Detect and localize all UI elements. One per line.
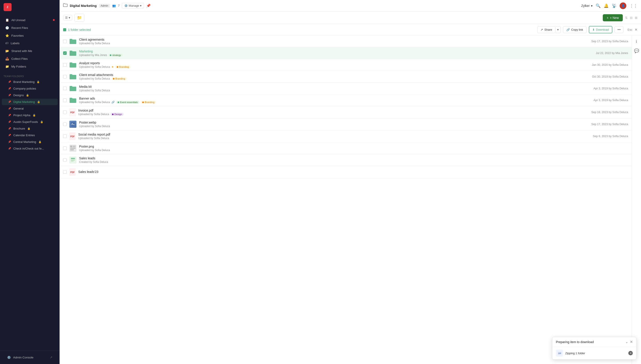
manage-button[interactable]: ⚙️ Manage ▾ <box>122 3 144 8</box>
file-checkbox[interactable]: ✓ <box>63 51 67 55</box>
svg-text:PDF: PDF <box>70 111 75 114</box>
file-row[interactable]: PDF Sales leads'23 <box>60 166 632 178</box>
sidebar-item-recent-files[interactable]: 🕐 Recent Files <box>2 24 58 32</box>
file-checkbox[interactable] <box>63 98 67 102</box>
view-chevron-icon: ▾ <box>69 16 70 19</box>
file-row[interactable]: Sales leads Created by Sofia Deluca <box>60 154 632 166</box>
new-folder-button[interactable]: 📁 <box>74 14 84 22</box>
sidebar-item-general[interactable]: 📌 General <box>2 105 58 112</box>
file-checkbox[interactable] <box>63 170 67 174</box>
sidebar-item-digital-marketing[interactable]: 📌 Digital Marketing 🔒 <box>2 99 58 105</box>
sidebar-item-labels[interactable]: 🏷 Labels <box>2 40 58 47</box>
file-checkbox[interactable] <box>63 146 67 150</box>
file-row[interactable]: PDF Invoice.pdf Uploaded by Sofia Deluca… <box>60 106 632 118</box>
filter-icon[interactable]: ⊟ <box>630 16 632 20</box>
sidebar-item-favorites[interactable]: ⭐ Favorites <box>2 32 58 39</box>
share-button[interactable]: ↗ Share <box>537 26 556 33</box>
workspace-role: Admin <box>99 4 110 8</box>
sidebar-item-collect-files[interactable]: 📥 Collect Files <box>2 55 58 62</box>
file-checkbox[interactable] <box>63 63 67 67</box>
file-date: Jul 22, 2022 by Mia Jones <box>596 52 628 55</box>
file-info: Marketing Uploaded by Mia Jones strategy <box>79 50 593 57</box>
user-menu[interactable]: Zylker ▾ <box>581 4 592 8</box>
folder-icon <box>69 74 76 80</box>
sidebar-item-austin-superfoods[interactable]: 📌 Austin SuperFoods 🔒 <box>2 119 58 125</box>
file-name: Poster.webp <box>79 121 589 124</box>
sidebar-item-brand-marketing[interactable]: 📌 Brand Marketing 🔒 <box>2 79 58 85</box>
sidebar-item-my-folders[interactable]: 📁 My Folders <box>2 63 58 70</box>
file-row[interactable]: Client email attachments Uploaded by Sof… <box>60 71 632 83</box>
bell-icon[interactable]: 📡 <box>612 3 616 8</box>
new-button[interactable]: + + New <box>603 14 623 21</box>
svg-point-12 <box>70 150 71 150</box>
sidebar-item-shared-with-me[interactable]: 📂 Shared with Me <box>2 47 58 55</box>
view-toggle[interactable]: ☰ ▾ <box>63 15 72 20</box>
file-checkbox[interactable] <box>63 87 67 90</box>
info-panel-icon[interactable]: ℹ <box>636 39 637 44</box>
notif-cancel-button[interactable]: ✕ <box>628 351 633 355</box>
grid-view-icon[interactable]: ⊞ <box>635 16 638 20</box>
file-info: Media kit Uploaded by Sofia Deluca <box>79 85 591 92</box>
file-checkbox[interactable] <box>63 40 67 43</box>
copy-link-label: Copy link <box>571 28 583 31</box>
share-icon: ↗ <box>540 28 543 31</box>
all-unread-icon: 📋 <box>5 18 9 22</box>
pdf-icon: PDF <box>69 108 76 116</box>
pdf-icon: PDF <box>69 132 76 140</box>
sidebar-item-label: My Folders <box>11 65 26 68</box>
more-actions-button[interactable]: ••• <box>614 26 624 33</box>
sidebar-item-all-unread[interactable]: 📋 All Unread <box>2 16 58 24</box>
sidebar-nav: 📋 All Unread 🕐 Recent Files ⭐ Favorites … <box>0 14 60 72</box>
topbar: Digital Marketing Admin 👥 7 ⚙️ Manage ▾ … <box>60 0 641 12</box>
sidebar-item-project-alpha[interactable]: 📌 Project Alpha 🔒 <box>2 112 58 118</box>
chat-panel-icon[interactable]: 💬 <box>634 48 639 53</box>
svg-rect-9 <box>72 146 76 147</box>
download-button[interactable]: ⬇ Download <box>589 26 612 33</box>
pin-icon-active: 📌 <box>8 100 11 103</box>
file-checkbox[interactable] <box>63 75 67 78</box>
sidebar-item-brochure[interactable]: 📌 Brochure 🔒 <box>2 125 58 132</box>
close-selection-button[interactable]: ✕ <box>634 28 638 32</box>
folder-icon <box>69 97 76 103</box>
sidebar-item-company-policies[interactable]: 📌 Company policies <box>2 85 58 92</box>
copy-link-button[interactable]: 🔗 Copy link <box>563 26 586 33</box>
sidebar-item-designs[interactable]: 📌 Designs 🔒 <box>2 92 58 98</box>
file-checkbox[interactable] <box>63 122 67 126</box>
share-btn-group: ↗ Share ▾ <box>537 26 561 33</box>
file-row[interactable]: Poster.webp Uploaded by Sofia Deluca Sep… <box>60 118 632 130</box>
share-dropdown-button[interactable]: ▾ <box>556 26 561 33</box>
search-icon[interactable]: 🔍 <box>596 3 600 8</box>
apps-grid-icon[interactable]: ⋮⋮ <box>630 3 638 8</box>
pin-button[interactable]: 📌 <box>146 4 151 8</box>
file-checkbox[interactable] <box>63 134 67 138</box>
file-checkbox[interactable] <box>63 110 67 114</box>
file-name: Marketing <box>79 50 593 53</box>
avatar[interactable]: 👤 <box>620 2 626 9</box>
notif-collapse-button[interactable]: ⌄ <box>625 340 628 344</box>
notifications-icon[interactable]: 🔔 <box>604 3 608 8</box>
admin-console-item[interactable]: ⚙️ Admin Console ↗ <box>4 354 56 361</box>
file-row[interactable]: Poster.png Uploaded by Sofia Deluca <box>60 142 632 154</box>
file-meta: Uploaded by Mia Jones strategy <box>79 54 593 57</box>
file-row[interactable]: PDF Social media report.pdf Uploaded by … <box>60 130 632 142</box>
file-date: Sep 17, 2023 by Sofia Deluca <box>592 40 628 43</box>
folder-icon <box>69 38 76 44</box>
sort-icon[interactable]: ⇅ <box>625 16 628 20</box>
sidebar-item-calendar-entries[interactable]: 📌 Calendar Entries <box>2 132 58 138</box>
file-row[interactable]: Analyst reports Uploaded by Sofia Deluca… <box>60 59 632 71</box>
file-name: Sales leads'23 <box>78 170 626 174</box>
tag: strategy <box>108 54 122 57</box>
sidebar-item-check-inout[interactable]: 📌 Check in/Check out fe... <box>2 145 58 152</box>
notif-close-button[interactable]: ✕ <box>630 340 633 344</box>
esc-text: Esc <box>628 28 632 31</box>
file-row[interactable]: Media kit Uploaded by Sofia Deluca Apr 3… <box>60 83 632 94</box>
sidebar-item-label: Shared with Me <box>11 49 32 53</box>
sidebar: Z 📋 All Unread 🕐 Recent Files ⭐ Favorite… <box>0 0 60 364</box>
file-meta: Uploaded by Sofia Deluca ★ Branding <box>79 65 589 68</box>
file-checkbox[interactable] <box>63 158 67 162</box>
svg-text:ZIP: ZIP <box>558 352 561 354</box>
sidebar-item-central-marketing[interactable]: 📌 Central Marketing 🔒 <box>2 139 58 145</box>
file-row[interactable]: Banner ads Uploaded by Sofia Deluca 🔗 Ev… <box>60 94 632 106</box>
file-row[interactable]: Client agreements Uploaded by Sofia Delu… <box>60 36 632 47</box>
file-row[interactable]: ✓ Marketing Uploaded by Mia Jones strate… <box>60 47 632 59</box>
